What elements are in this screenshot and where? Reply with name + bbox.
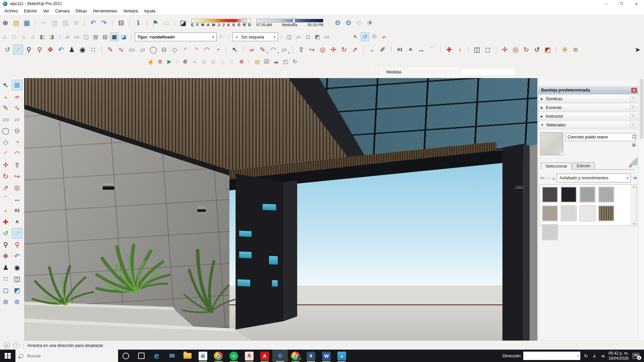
arc-menu-icon[interactable]: ◠▾ (268, 45, 278, 55)
orbit-alt-icon[interactable]: ↺ (361, 33, 369, 41)
menu-edicion[interactable]: Edición (21, 8, 40, 14)
taskbar-chrome-button[interactable] (211, 350, 226, 362)
scale-icon[interactable]: ⇗ (350, 45, 360, 55)
style-monochrome-icon[interactable]: ◪ (119, 33, 128, 41)
ellipse-icon[interactable]: ⊖ (159, 45, 169, 55)
section-close-icon[interactable]: × (630, 114, 636, 119)
orbit-dark-icon[interactable]: ↺ (532, 45, 542, 55)
menu-ver[interactable]: Ver (40, 8, 52, 14)
rotate-alt-icon[interactable]: ↻ (521, 45, 531, 55)
vray-frame-icon[interactable]: ▽ (228, 57, 236, 66)
model-info-icon[interactable]: ℹ (133, 18, 143, 28)
lt-axes-icon[interactable]: ✚ (0, 217, 11, 227)
vray-render-icon[interactable]: ● (190, 57, 199, 66)
vray-stop-icon[interactable]: ⊗ (237, 57, 246, 66)
lt-ellipse-icon[interactable]: ⊖ (12, 125, 22, 136)
move-icon[interactable]: ✛ (328, 45, 338, 55)
rotated-rectangle-icon[interactable]: ▱ (138, 45, 148, 55)
look-around-icon[interactable]: ◉ (77, 45, 88, 55)
component-options-icon[interactable]: ≣ (156, 57, 164, 66)
menu-dibujo[interactable]: Dibujo (72, 8, 90, 14)
shadow-time-track[interactable] (256, 19, 323, 22)
lasso-icon[interactable]: ❋ (560, 45, 570, 55)
tc-download-icon[interactable]: ◰ (281, 57, 290, 66)
taskbar-acrobat-button[interactable]: A (257, 350, 272, 362)
share-component-icon[interactable]: ⊙ (354, 18, 364, 28)
material-swatch-5[interactable] (542, 205, 558, 221)
lt-polygon-icon[interactable]: ◇ (0, 137, 11, 147)
notification-center-icon[interactable]: 1 (633, 353, 639, 359)
menu-ventana[interactable]: Ventana (120, 8, 141, 14)
tray-section-instructor[interactable]: ▶ Instructor × (538, 112, 638, 120)
tray-section-materiales[interactable]: ▼ Materiales × (538, 121, 638, 129)
lt-rectangle-icon[interactable]: ▭ (0, 114, 11, 125)
eraser-icon[interactable]: ▰ (247, 45, 257, 55)
print-icon[interactable]: ⊟ (116, 18, 126, 28)
undo-icon[interactable]: ↶ (88, 18, 98, 28)
lt-eraser-icon[interactable]: ▰ (12, 91, 22, 102)
material-swatch-3[interactable] (580, 187, 595, 202)
section-display-icon[interactable]: ◻ (483, 45, 493, 55)
close-button[interactable]: ✕ (629, 0, 644, 7)
shape-menu-icon[interactable]: ▱▾ (279, 45, 289, 55)
tc-open-icon[interactable]: ▤ (253, 57, 262, 66)
arc-icon[interactable]: ◜ (180, 45, 191, 55)
tc-checklist-icon[interactable]: ☑ (262, 57, 271, 66)
lt-dimension-icon[interactable]: ↔ (12, 194, 22, 204)
lt-circle-icon[interactable]: ◯ (0, 125, 11, 136)
section-iso-icon[interactable]: ▭ (322, 33, 331, 41)
pan-icon[interactable]: ☞ (13, 45, 23, 55)
tag-dropdown[interactable]: ✓ Sin etiqueta ▾ (232, 33, 278, 41)
paste-icon[interactable]: ▧ (60, 18, 70, 28)
play-animation-icon[interactable]: ▶ (165, 57, 174, 66)
copy-icon[interactable]: ▥ (50, 18, 60, 28)
tc-sync-icon[interactable]: ↻ (290, 57, 299, 66)
section-close-icon[interactable]: × (630, 105, 636, 110)
section-fill-icon[interactable]: ◩ (313, 33, 322, 41)
warehouse-models-icon[interactable]: ⚙ (333, 18, 343, 28)
in-model-home-icon[interactable]: ⌂ (552, 175, 555, 181)
menu-herramientas[interactable]: Herramientas (90, 8, 120, 14)
offset-icon[interactable]: ◎ (318, 45, 328, 55)
rectangle-icon[interactable]: ▭ (127, 45, 137, 55)
vray-interactive-icon[interactable]: ◍ (200, 57, 208, 66)
lt-three-point-arc-icon[interactable]: ◠ (12, 148, 22, 159)
view-iso-icon[interactable]: ⌂ (0, 33, 9, 41)
tray-scroll-thumb[interactable] (640, 79, 643, 139)
select-tool-icon[interactable]: ↖ (351, 33, 360, 41)
style-shaded-textures-icon[interactable]: ▩ (110, 33, 119, 41)
taskbar-task-view-button[interactable] (133, 350, 149, 362)
collection-dropdown[interactable]: Asfaltado y revestimientos ▾ (557, 174, 631, 182)
style-shaded-icon[interactable]: ▨ (101, 33, 109, 41)
material-swatch-6[interactable] (561, 205, 577, 221)
lt-zoom-extents-icon[interactable]: ✥ (0, 251, 11, 261)
menu-ayuda[interactable]: Ayuda (141, 8, 158, 14)
circle-icon[interactable]: ◯ (148, 45, 158, 55)
vray-asset-editor-icon[interactable]: ⊚ (181, 57, 190, 66)
lt-zoom-icon[interactable]: ⚲ (0, 239, 11, 250)
new-icon[interactable]: ⊕ (0, 18, 10, 28)
back-icon[interactable]: ⇦ (540, 175, 545, 181)
zoom-previous-icon[interactable]: ↶ (56, 45, 66, 55)
taskbar-word-button[interactable]: W (319, 350, 334, 362)
lt-arc-icon[interactable]: ◜ (0, 148, 11, 159)
lt-orbit-icon[interactable]: ↺ (0, 228, 11, 239)
lt-section-plane-icon[interactable]: ◫ (12, 274, 22, 284)
position-camera-alt-icon[interactable]: ☉ (370, 33, 379, 41)
3d-text-icon[interactable]: A (406, 45, 416, 55)
save-icon[interactable]: ▦ (22, 18, 32, 28)
lt-select-icon[interactable]: ↖ (0, 80, 11, 90)
lt-tape-measure-icon[interactable]: ⌒ (0, 194, 11, 204)
taskbar-edge-button[interactable]: e (149, 350, 164, 362)
add-location-icon[interactable]: ⚑ (150, 18, 160, 28)
lt-freehand-icon[interactable]: ∿ (12, 103, 22, 113)
address-input[interactable] (523, 353, 575, 359)
taskbar-cortana-button[interactable] (118, 350, 133, 362)
lt-section-fill-icon[interactable]: ◩ (12, 285, 22, 296)
geolocation-status-icon[interactable]: ◍ (3, 342, 10, 349)
search-input[interactable] (26, 353, 95, 359)
eraser-alt-icon[interactable]: ▰ (379, 33, 388, 41)
sample-paint-corner[interactable] (629, 157, 638, 165)
taskbar-photos-button[interactable]: ▲ (334, 350, 350, 362)
section-plane-icon[interactable]: ◫ (285, 33, 293, 41)
